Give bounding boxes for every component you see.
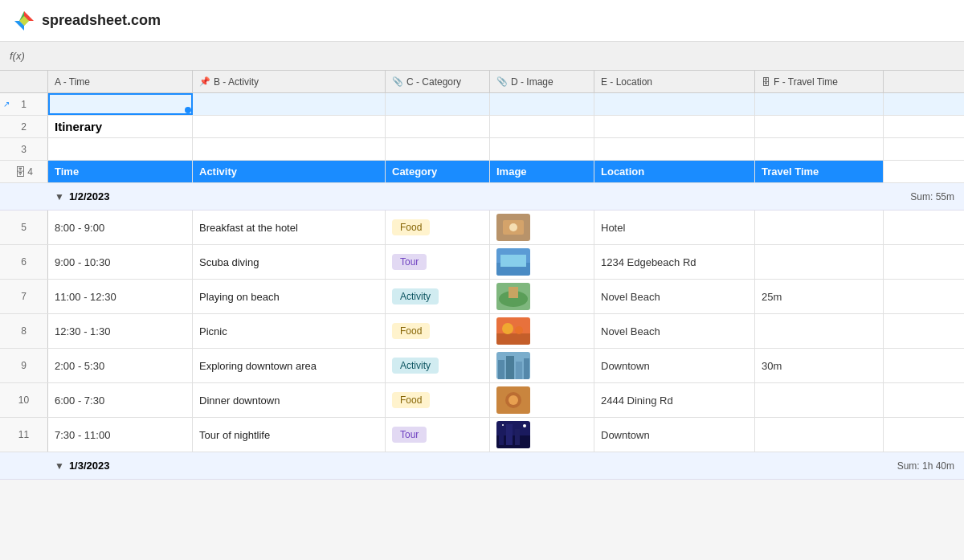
- cell-image-7[interactable]: [490, 280, 594, 313]
- header-cell-category[interactable]: Category: [386, 161, 490, 182]
- header-cell-location[interactable]: Location: [594, 161, 755, 182]
- cell-time-7[interactable]: 11:00 - 12:30: [48, 280, 193, 313]
- cell-location-6[interactable]: 1234 Edgebeach Rd: [594, 245, 755, 279]
- cell-c2[interactable]: [386, 116, 490, 137]
- img-thumb-tour1: [496, 248, 530, 276]
- cell-category-10[interactable]: Food: [386, 383, 490, 417]
- cell-activity-5[interactable]: Breakfast at the hotel: [193, 211, 386, 244]
- cell-b3[interactable]: [193, 138, 386, 160]
- cell-c3[interactable]: [386, 138, 490, 160]
- cell-travel-11[interactable]: [755, 418, 884, 452]
- badge-7: Activity: [392, 288, 439, 305]
- row-4-header: 🗄 4 Time Activity Category Image Locatio…: [0, 161, 964, 183]
- cell-time-6[interactable]: 9:00 - 10:30: [48, 245, 193, 279]
- cell-category-9[interactable]: Activity: [386, 349, 490, 382]
- cell-location-10[interactable]: 2444 Dining Rd: [594, 383, 755, 417]
- cell-time-9[interactable]: 2:00 - 5:30: [48, 349, 193, 382]
- row-num-1: ↗ 1: [0, 93, 48, 115]
- cell-c1[interactable]: [386, 93, 490, 115]
- cell-activity-9[interactable]: Exploring downtown area: [193, 349, 386, 382]
- cell-activity-8[interactable]: Picnic: [193, 314, 386, 348]
- cell-category-11[interactable]: Tour: [386, 418, 490, 452]
- group-label-1[interactable]: ▼ 1/2/2023: [48, 190, 835, 202]
- col-header-b[interactable]: 📌 B - Activity: [193, 71, 386, 92]
- svg-rect-19: [498, 360, 504, 379]
- cell-f3[interactable]: [755, 138, 884, 160]
- cell-image-9[interactable]: [490, 349, 594, 382]
- row-num-5: 5: [0, 211, 48, 244]
- header-cell-time[interactable]: Time: [48, 161, 193, 182]
- group1-rows: 5 8:00 - 9:00 Breakfast at the hotel Foo…: [0, 211, 964, 452]
- group-row-1[interactable]: ▼ 1/2/2023 Sum: 55m: [0, 183, 964, 211]
- cell-activity-6[interactable]: Scuba diving: [193, 245, 386, 279]
- table-row: 8 12:30 - 1:30 Picnic Food Novel Beach: [0, 314, 964, 349]
- col-header-a[interactable]: A - Time: [48, 71, 193, 92]
- cell-travel-8[interactable]: [755, 314, 884, 348]
- group-row-2[interactable]: ▼ 1/3/2023 Sum: 1h 40m: [0, 452, 964, 480]
- cell-travel-10[interactable]: [755, 383, 884, 417]
- cell-e2[interactable]: [594, 116, 755, 137]
- cell-d3[interactable]: [490, 138, 594, 160]
- col-header-c[interactable]: 📎 C - Category: [386, 71, 490, 92]
- col-header-e[interactable]: E - Location: [594, 71, 755, 92]
- group-date-1: 1/2/2023: [69, 190, 110, 202]
- cell-location-5[interactable]: Hotel: [594, 211, 755, 244]
- col-header-f[interactable]: 🗄 F - Travel Time: [755, 71, 884, 92]
- group-label-2[interactable]: ▼ 1/3/2023: [48, 460, 835, 472]
- cell-a1-input[interactable]: [56, 98, 185, 110]
- resize-handle[interactable]: [185, 107, 191, 113]
- cell-activity-7[interactable]: Playing on beach: [193, 280, 386, 313]
- cell-time-10[interactable]: 6:00 - 7:30: [48, 383, 193, 417]
- cell-image-11[interactable]: [490, 418, 594, 452]
- cell-image-6[interactable]: [490, 245, 594, 279]
- cell-category-8[interactable]: Food: [386, 314, 490, 348]
- cell-travel-7[interactable]: 25m: [755, 280, 884, 313]
- cell-time-8[interactable]: 12:30 - 1:30: [48, 314, 193, 348]
- cell-activity-10[interactable]: Dinner downtown: [193, 383, 386, 417]
- cell-a2[interactable]: Itinerary: [48, 116, 193, 137]
- cell-travel-6[interactable]: [755, 245, 884, 279]
- cell-a1[interactable]: [48, 93, 193, 115]
- cell-travel-9[interactable]: 30m: [755, 349, 884, 382]
- cell-e1[interactable]: [594, 93, 755, 115]
- cell-b2[interactable]: [193, 116, 386, 137]
- row-3: 3: [0, 138, 964, 161]
- cell-f2[interactable]: [755, 116, 884, 137]
- cell-time-11[interactable]: 7:30 - 11:00: [48, 418, 193, 452]
- cell-image-8[interactable]: [490, 314, 594, 348]
- cell-category-6[interactable]: Tour: [386, 245, 490, 279]
- row-num-10: 10: [0, 383, 48, 417]
- cell-location-11[interactable]: Downtown: [594, 418, 755, 452]
- cell-f1[interactable]: [755, 93, 884, 115]
- expand-icon-1: ↗: [3, 100, 10, 108]
- top-bar: spreadsheet.com: [0, 0, 964, 42]
- header-cell-image[interactable]: Image: [490, 161, 594, 182]
- cell-time-5[interactable]: 8:00 - 9:00: [48, 211, 193, 244]
- app-title: spreadsheet.com: [42, 12, 161, 29]
- cell-travel-5[interactable]: [755, 211, 884, 244]
- cell-image-5[interactable]: [490, 211, 594, 244]
- img-thumb-dinner: [496, 386, 530, 414]
- attach-icon-c: 📎: [392, 76, 403, 87]
- header-cell-activity[interactable]: Activity: [193, 161, 386, 182]
- cell-d1[interactable]: [490, 93, 594, 115]
- cell-image-10[interactable]: [490, 383, 594, 417]
- cell-category-5[interactable]: Food: [386, 211, 490, 244]
- group-sum-2: Sum: 1h 40m: [835, 460, 964, 472]
- cell-activity-11[interactable]: Tour of nightlife: [193, 418, 386, 452]
- cell-category-7[interactable]: Activity: [386, 280, 490, 313]
- col-header-d[interactable]: 📎 D - Image: [490, 71, 594, 92]
- cell-location-9[interactable]: Downtown: [594, 349, 755, 382]
- cell-e3[interactable]: [594, 138, 755, 160]
- row-num-4: 🗄 4: [0, 161, 48, 182]
- chevron-down-icon-1[interactable]: ▼: [55, 191, 64, 202]
- cell-b1[interactable]: [193, 93, 386, 115]
- row-2: 2 Itinerary: [0, 116, 964, 138]
- cell-d2[interactable]: [490, 116, 594, 137]
- header-cell-travel[interactable]: Travel Time: [755, 161, 884, 182]
- cell-location-8[interactable]: Novel Beach: [594, 314, 755, 348]
- chevron-down-icon-2[interactable]: ▼: [55, 460, 64, 472]
- cell-location-7[interactable]: Novel Beach: [594, 280, 755, 313]
- row-num-3: 3: [0, 138, 48, 160]
- cell-a3[interactable]: [48, 138, 193, 160]
